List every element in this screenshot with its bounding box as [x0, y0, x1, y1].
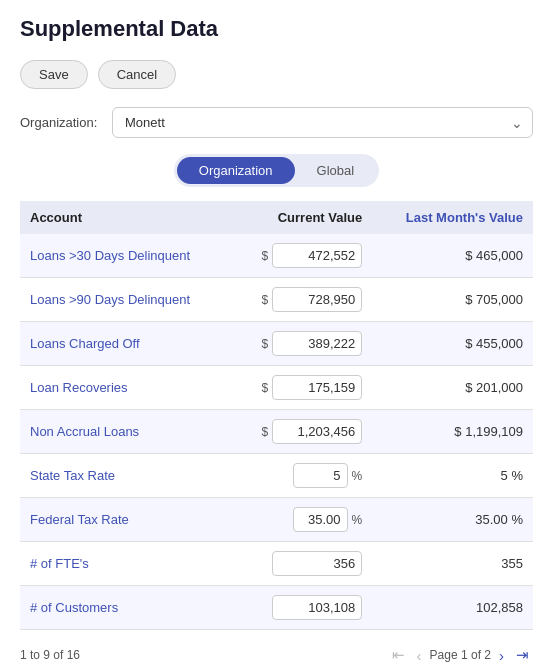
- organization-select[interactable]: Monett Other Org: [112, 107, 533, 138]
- currency-input[interactable]: [272, 243, 362, 268]
- currency-input-group: $: [241, 287, 362, 312]
- last-months-value-cell: 35.00 %: [372, 498, 533, 542]
- last-months-value-cell: 5 %: [372, 454, 533, 498]
- toolbar: Save Cancel: [20, 60, 533, 89]
- currency-input-group: $: [241, 375, 362, 400]
- last-months-value-cell: $ 201,000: [372, 366, 533, 410]
- currency-input[interactable]: [272, 375, 362, 400]
- dollar-sign: $: [262, 337, 269, 351]
- first-page-button[interactable]: ⇤: [388, 644, 409, 666]
- prev-page-button[interactable]: ‹: [413, 645, 426, 666]
- currency-input-group: $: [241, 419, 362, 444]
- percent-input-group: %: [241, 463, 362, 488]
- current-value-cell: $: [231, 278, 372, 322]
- last-months-value-cell: $ 705,000: [372, 278, 533, 322]
- percent-input[interactable]: [293, 463, 348, 488]
- account-name-cell: # of FTE's: [20, 542, 231, 586]
- page-indicator: Page 1 of 2: [430, 648, 491, 662]
- number-input[interactable]: [272, 595, 362, 620]
- last-months-value-cell: $ 455,000: [372, 322, 533, 366]
- currency-input[interactable]: [272, 419, 362, 444]
- account-name-cell: Non Accrual Loans: [20, 410, 231, 454]
- pagination-controls: ⇤ ‹ Page 1 of 2 › ⇥: [388, 644, 533, 666]
- number-input-group: [241, 551, 362, 576]
- organization-row: Organization: Monett Other Org ⌄: [20, 107, 533, 138]
- tab-global[interactable]: Global: [295, 157, 377, 184]
- table-row: Loans Charged Off$$ 455,000: [20, 322, 533, 366]
- col-last-months-value: Last Month's Value: [372, 201, 533, 234]
- percent-input[interactable]: [293, 507, 348, 532]
- col-current-value: Current Value: [231, 201, 372, 234]
- currency-input[interactable]: [272, 331, 362, 356]
- account-name-cell: State Tax Rate: [20, 454, 231, 498]
- last-page-button[interactable]: ⇥: [512, 644, 533, 666]
- number-input-group: [241, 595, 362, 620]
- account-name-cell: Loans Charged Off: [20, 322, 231, 366]
- organization-select-wrapper: Monett Other Org ⌄: [112, 107, 533, 138]
- table-row: Loans >90 Days Delinquent$$ 705,000: [20, 278, 533, 322]
- cancel-button[interactable]: Cancel: [98, 60, 176, 89]
- percent-sign: %: [352, 513, 363, 527]
- table-row: State Tax Rate%5 %: [20, 454, 533, 498]
- last-months-value-cell: $ 465,000: [372, 234, 533, 278]
- table-header-row: Account Current Value Last Month's Value: [20, 201, 533, 234]
- account-name-cell: Loan Recoveries: [20, 366, 231, 410]
- current-value-cell: %: [231, 454, 372, 498]
- current-value-cell: $: [231, 234, 372, 278]
- last-months-value-cell: 102,858: [372, 586, 533, 630]
- dollar-sign: $: [262, 381, 269, 395]
- number-input[interactable]: [272, 551, 362, 576]
- account-name-cell: # of Customers: [20, 586, 231, 630]
- table-row: # of FTE's355: [20, 542, 533, 586]
- save-button[interactable]: Save: [20, 60, 88, 89]
- currency-input-group: $: [241, 331, 362, 356]
- table-row: Non Accrual Loans$$ 1,199,109: [20, 410, 533, 454]
- account-name-cell: Loans >90 Days Delinquent: [20, 278, 231, 322]
- organization-label: Organization:: [20, 115, 100, 130]
- dollar-sign: $: [262, 293, 269, 307]
- account-name-cell: Federal Tax Rate: [20, 498, 231, 542]
- percent-input-group: %: [241, 507, 362, 532]
- tab-group: Organization Global: [174, 154, 379, 187]
- current-value-cell: $: [231, 366, 372, 410]
- percent-sign: %: [352, 469, 363, 483]
- currency-input[interactable]: [272, 287, 362, 312]
- last-months-value-cell: $ 1,199,109: [372, 410, 533, 454]
- current-value-cell: %: [231, 498, 372, 542]
- dollar-sign: $: [262, 425, 269, 439]
- col-account: Account: [20, 201, 231, 234]
- current-value-cell: [231, 542, 372, 586]
- currency-input-group: $: [241, 243, 362, 268]
- pagination-range: 1 to 9 of 16: [20, 648, 80, 662]
- page-title: Supplemental Data: [20, 16, 533, 42]
- table-row: Loans >30 Days Delinquent$$ 465,000: [20, 234, 533, 278]
- last-months-value-cell: 355: [372, 542, 533, 586]
- next-page-button[interactable]: ›: [495, 645, 508, 666]
- dollar-sign: $: [262, 249, 269, 263]
- table-row: # of Customers102,858: [20, 586, 533, 630]
- current-value-cell: $: [231, 322, 372, 366]
- table-row: Federal Tax Rate%35.00 %: [20, 498, 533, 542]
- current-value-cell: $: [231, 410, 372, 454]
- account-name-cell: Loans >30 Days Delinquent: [20, 234, 231, 278]
- tab-organization[interactable]: Organization: [177, 157, 295, 184]
- supplemental-data-table: Account Current Value Last Month's Value…: [20, 201, 533, 630]
- table-row: Loan Recoveries$$ 201,000: [20, 366, 533, 410]
- pagination-row: 1 to 9 of 16 ⇤ ‹ Page 1 of 2 › ⇥: [20, 644, 533, 666]
- current-value-cell: [231, 586, 372, 630]
